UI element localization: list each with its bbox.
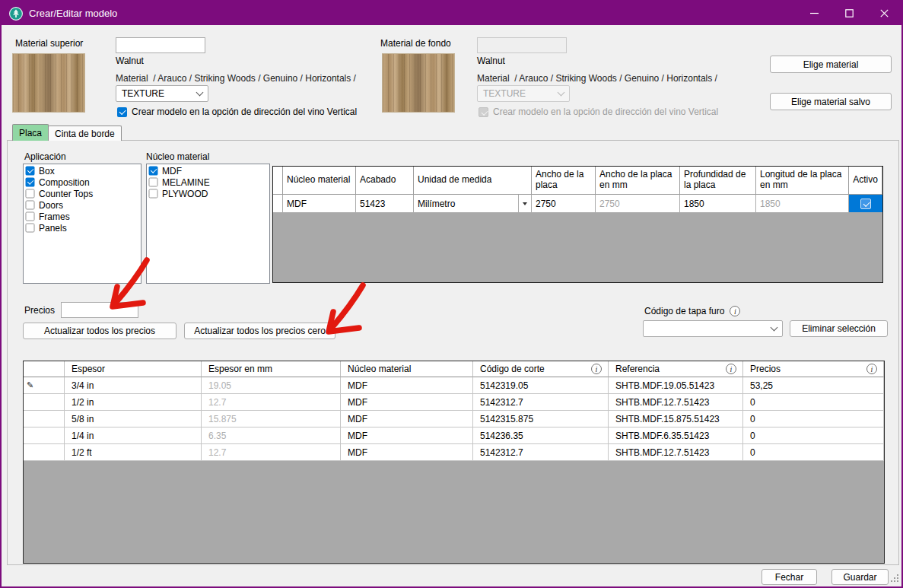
cell-codigo-corte[interactable]: 5142319.05 [473,377,609,394]
guardar-button[interactable]: Guardar [831,569,889,585]
aplicacion-item-composition[interactable]: Composition [24,176,141,188]
aplicacion-listbox[interactable]: BoxCompositionCounter TopsDoorsFramesPan… [23,164,141,284]
nucleo-item-plywood[interactable]: PLYWOOD [147,188,269,199]
combo-dropdown-button[interactable] [518,195,531,212]
info-icon[interactable]: i [866,364,877,374]
cell-nucleo-material[interactable]: MDF [341,427,473,444]
actualizar-precios-button[interactable]: Actualizar todos los precios [23,323,176,339]
info-icon[interactable]: i [591,364,602,374]
material-superior-name-input[interactable] [116,37,205,53]
cell-codigo-corte[interactable]: 5142312.7 [473,444,609,461]
cell-acabado[interactable]: 51423 [356,195,414,213]
nucleo-material-listbox[interactable]: MDFMELAMINEPLYWOOD [146,164,270,284]
thickness-table-row[interactable]: 5/8 in15.875MDF5142315.875SHTB.MDF.15.87… [24,411,884,427]
col-ancho-placa[interactable]: Ancho de la placa [532,167,596,195]
fechar-button[interactable]: Fechar [762,569,817,585]
cell-precios[interactable]: 0 [743,411,884,427]
material-fondo-path: Material / Arauco / Striking Woods / Gen… [477,73,717,84]
material-superior-vertical-checkbox-row[interactable]: Crear modelo en la opción de dirección d… [117,106,357,117]
cell-codigo-corte[interactable]: 514236.35 [473,427,609,444]
col-profundidad-placa[interactable]: Profundidad de la placa [680,167,756,195]
col-longitud-placa-mm[interactable]: Longitud de la placa en mm [756,167,849,195]
nucleo-item-melamine[interactable]: MELAMINE [147,176,269,188]
col-ancho-placa-mm[interactable]: Ancho de la placa en mm [596,167,680,195]
cell-referencia[interactable]: SHTB.MDF.12.7.51423 [609,394,743,411]
activo-checkbox-icon[interactable] [860,199,871,209]
checkbox-checked-icon[interactable] [26,167,35,176]
checkbox-checked-icon[interactable] [149,167,158,176]
cell-precios[interactable]: 0 [743,427,884,444]
cell-precios[interactable]: 0 [743,444,884,461]
unidad-value: Milímetro [418,199,455,209]
cell-precios[interactable]: 0 [743,394,884,411]
cell-espesor[interactable]: 1/2 ft [65,444,202,461]
elige-material-button[interactable]: Elige material [770,56,892,73]
col-unidad-de-medida[interactable]: Unidad de medida [414,167,532,195]
col-nucleo-material[interactable]: Núcleo material [283,167,356,195]
cell-activo[interactable] [849,195,882,213]
aplicacion-item-frames[interactable]: Frames [24,211,141,222]
thickness-table-row[interactable]: 1/2 in12.7MDF5142312.7SHTB.MDF.12.7.5142… [24,394,884,411]
col-espesor[interactable]: Espesor [65,361,202,377]
material-superior-texture-dropdown[interactable]: TEXTURE [116,85,208,102]
cell-espesor[interactable]: 1/4 in [65,427,202,444]
tab-placa[interactable]: Placa [12,124,49,141]
cell-profundidad-placa[interactable]: 1850 [680,195,756,213]
cell-nucleo-material[interactable]: MDF [341,411,473,427]
checkbox-unchecked-icon[interactable] [149,189,158,199]
close-button[interactable] [866,2,901,25]
precios-input[interactable] [61,302,138,318]
info-icon[interactable]: i [726,364,736,374]
col-activo[interactable]: Activo [849,167,882,195]
cell-nucleo-material[interactable]: MDF [341,444,473,461]
board-table-row[interactable]: MDF 51423 Milímetro 2750 2750 1850 1850 [273,195,882,213]
cell-nucleo-material[interactable]: MDF [341,394,473,411]
thickness-table-row[interactable]: 1/2 ft12.7MDF5142312.7SHTB.MDF.12.7.5142… [24,444,884,461]
col-referencia[interactable]: Referenciai [609,361,743,377]
checkbox-checked-icon[interactable] [117,107,127,117]
nucleo-item-mdf[interactable]: MDF [147,165,269,176]
cell-referencia[interactable]: SHTB.MDF.15.875.51423 [609,411,743,427]
cell-referencia[interactable]: SHTB.MDF.12.7.51423 [609,444,743,461]
cell-codigo-corte[interactable]: 5142312.7 [473,394,609,411]
resize-grip[interactable] [891,574,899,585]
cell-espesor-mm: 12.7 [202,394,341,411]
thickness-table-row[interactable]: ✎3/4 in19.05MDF5142319.05SHTB.MDF.19.05.… [24,377,884,394]
info-icon[interactable]: i [730,306,740,316]
checkbox-unchecked-icon[interactable] [26,201,35,210]
codigo-tapa-furo-dropdown[interactable] [643,320,783,337]
aplicacion-item-doors[interactable]: Doors [24,199,141,211]
checkbox-unchecked-icon[interactable] [26,224,35,233]
checkbox-checked-icon[interactable] [26,178,35,187]
thickness-table-row[interactable]: 1/4 in6.35MDF514236.35SHTB.MDF.6.35.5142… [24,427,884,444]
cell-espesor[interactable]: 3/4 in [65,377,202,394]
cell-nucleo-material[interactable]: MDF [341,377,473,394]
cell-codigo-corte[interactable]: 5142315.875 [473,411,609,427]
texture-value: TEXTURE [122,88,164,99]
cell-nucleo-material[interactable]: MDF [283,195,356,213]
col-codigo-corte[interactable]: Código de cortei [473,361,609,377]
tab-cinta-de-borde[interactable]: Cinta de borde [48,126,122,141]
cell-precios[interactable]: 53,25 [743,377,884,394]
cell-unidad-de-medida[interactable]: Milímetro [414,195,532,213]
cell-ancho-placa[interactable]: 2750 [532,195,596,213]
aplicacion-item-panels[interactable]: Panels [24,222,141,234]
cell-referencia[interactable]: SHTB.MDF.6.35.51423 [609,427,743,444]
minimize-button[interactable] [796,2,831,25]
aplicacion-item-counter-tops[interactable]: Counter Tops [24,188,141,199]
col-nucleo-material[interactable]: Núcleo material [341,361,473,377]
col-espesor-mm[interactable]: Espesor en mm [202,361,341,377]
checkbox-unchecked-icon[interactable] [26,189,35,199]
maximize-button[interactable] [831,2,866,25]
elige-material-salvo-button[interactable]: Elige material salvo [770,93,892,110]
col-precios[interactable]: Preciosi [743,361,884,377]
checkbox-unchecked-icon[interactable] [149,178,158,187]
checkbox-unchecked-icon[interactable] [26,212,35,221]
cell-referencia[interactable]: SHTB.MDF.19.05.51423 [609,377,743,394]
aplicacion-item-box[interactable]: Box [24,165,141,176]
actualizar-precios-cero-button[interactable]: Actualizar todos los precios cero [184,323,335,339]
cell-espesor[interactable]: 5/8 in [65,411,202,427]
col-acabado[interactable]: Acabado [356,167,414,195]
eliminar-seleccion-button[interactable]: Eliminar selección [790,320,888,337]
cell-espesor[interactable]: 1/2 in [65,394,202,411]
